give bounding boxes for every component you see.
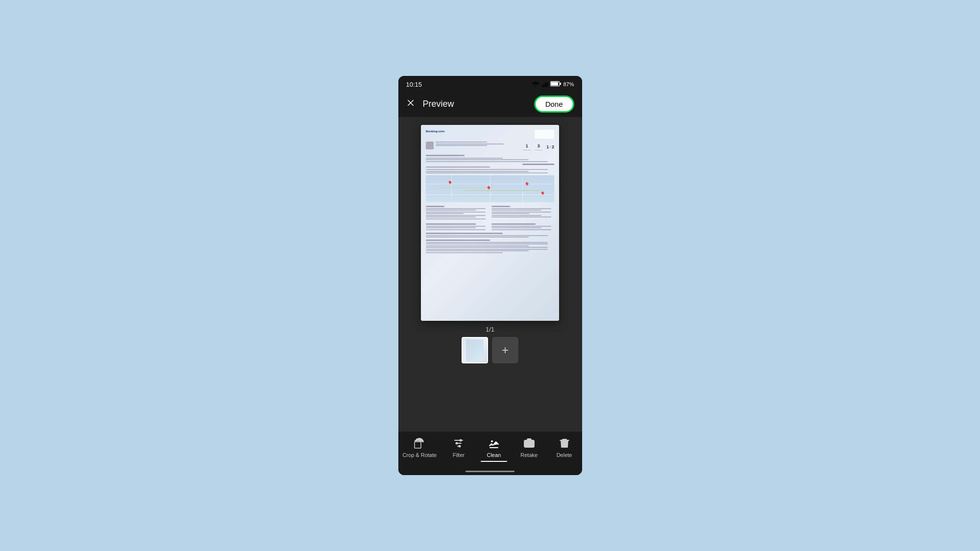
status-bar: 10:15 87% [398, 76, 582, 92]
toolbar-crop-rotate[interactable]: Crop & Rotate [402, 436, 437, 458]
retake-icon [522, 436, 536, 450]
bottom-nav-indicator [398, 471, 582, 475]
toolbar-delete[interactable]: Delete [551, 436, 578, 458]
page-indicator: 1/1 [486, 326, 494, 333]
retake-label: Retake [520, 452, 538, 458]
delete-icon [558, 436, 571, 450]
clean-icon [487, 436, 501, 450]
preview-title: Preview [423, 99, 454, 109]
wifi-icon [532, 81, 539, 87]
svg-point-9 [455, 442, 458, 445]
nav-bar [466, 471, 514, 472]
svg-rect-0 [542, 85, 543, 87]
svg-point-13 [527, 442, 531, 446]
filter-label: Filter [453, 452, 465, 458]
bottom-toolbar: Crop & Rotate Filter Clea [398, 431, 582, 471]
svg-point-10 [458, 445, 461, 448]
svg-point-8 [459, 439, 462, 442]
phone-container: 10:15 87% [398, 76, 582, 475]
svg-rect-6 [551, 82, 559, 85]
delete-label: Delete [557, 452, 572, 458]
svg-rect-2 [545, 83, 546, 87]
signal-icon [541, 81, 548, 87]
status-icons: 87% [532, 81, 574, 88]
close-button[interactable] [406, 98, 415, 110]
add-page-button[interactable]: + [492, 337, 518, 363]
toolbar-retake[interactable]: Retake [516, 436, 542, 458]
svg-rect-5 [560, 83, 561, 85]
thumbnails-row: + [462, 337, 518, 363]
main-content: Booking.com 1 [398, 117, 582, 431]
svg-rect-3 [547, 82, 548, 87]
crop-rotate-icon [413, 436, 426, 450]
status-time: 10:15 [406, 81, 422, 88]
svg-rect-7 [415, 442, 421, 448]
thumbnail-1[interactable] [462, 337, 488, 363]
top-bar: Preview Done [398, 92, 582, 117]
battery-icon [550, 81, 561, 88]
battery-percent: 87% [563, 81, 574, 87]
filter-icon [452, 436, 466, 450]
toolbar-clean[interactable]: Clean [481, 436, 507, 462]
crop-rotate-label: Crop & Rotate [402, 452, 437, 458]
toolbar-filter[interactable]: Filter [445, 436, 472, 458]
clean-label: Clean [487, 452, 501, 458]
svg-point-11 [491, 440, 493, 442]
done-button[interactable]: Done [534, 96, 574, 113]
svg-rect-1 [544, 84, 545, 87]
document-preview: Booking.com 1 [421, 125, 559, 321]
